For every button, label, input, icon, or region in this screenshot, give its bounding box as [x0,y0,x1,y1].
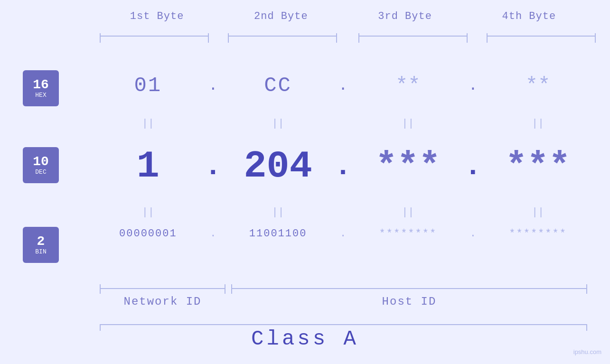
network-id-label: Network ID [100,295,225,308]
badge-bin-number: 2 [37,235,45,248]
col-header-1: 1st Byte [95,10,219,22]
hex-cell-2: CC [225,74,331,97]
hex-dot-2: . [331,77,355,94]
bin-row: 00000001 . 11001100 . ******** . *******… [95,228,591,240]
bin-cell-2: 11001100 [225,228,331,240]
hex-cell-1: 01 [95,74,201,97]
top-bracket-col4 [487,33,596,43]
dec-dot-2: . [331,150,355,183]
top-bracket-col3 [358,33,468,43]
dec-dot-1: . [201,150,225,183]
column-headers: 1st Byte 2nd Byte 3rd Byte 4th Byte [95,10,591,22]
dec-cell-2: 204 [225,145,331,188]
bin-cell-1: 00000001 [95,228,201,240]
badge-dec: 10 DEC [23,147,59,183]
hex-star-3: ** [395,74,421,97]
dec-cell-3: *** [355,146,461,187]
bin-star-4: ******** [509,228,567,240]
dec-row: 1 . 204 . *** . *** [95,145,591,188]
badge-hex-label: HEX [35,92,46,99]
dec-cell-1: 1 [95,145,201,188]
bin-dot-1: . [201,228,225,240]
col-header-3: 3rd Byte [343,10,467,22]
hex-row: 01 . CC . ** . ** [95,74,591,97]
eq2-cell-1: || [95,206,201,218]
host-id-label: Host ID [231,295,587,308]
hex-dot-3: . [461,77,485,94]
bin-val-1: 00000001 [119,228,177,240]
main-page: 1st Byte 2nd Byte 3rd Byte 4th Byte 16 H… [0,0,610,364]
bin-star-3: ******** [379,228,437,240]
eq2-cell-3: || [355,206,461,218]
bin-dot-2: . [331,228,355,240]
bin-cell-3: ******** [355,228,461,240]
col-header-2: 2nd Byte [219,10,343,22]
badge-bin-label: BIN [35,248,46,255]
dec-val-2: 204 [244,145,312,188]
class-bracket [100,324,587,325]
watermark: ipshu.com [573,348,601,355]
bin-val-2: 11001100 [249,228,307,240]
eq-cell-1: || [95,118,201,130]
eq2-cell-2: || [225,206,331,218]
hex-dot-1: . [201,77,225,94]
class-label: Class A [0,327,610,351]
dec-val-1: 1 [137,145,160,188]
dec-dot-3: . [461,150,485,183]
hex-star-4: ** [526,74,551,97]
hex-cell-4: ** [485,74,591,97]
badge-dec-label: DEC [35,168,46,176]
top-bracket-col2 [228,33,337,43]
hex-val-2: CC [264,74,292,97]
eq-cell-3: || [355,118,461,130]
dec-star-3: *** [375,146,441,187]
badge-dec-number: 10 [33,155,49,168]
hex-val-1: 01 [134,74,162,97]
equals-row-2: || || || || [95,206,591,218]
top-bracket-col1 [100,33,209,43]
eq-cell-4: || [485,118,591,130]
bin-dot-3: . [461,228,485,240]
bin-cell-4: ******** [485,228,591,240]
dec-star-4: *** [506,146,571,187]
dec-cell-4: *** [485,146,591,187]
eq2-cell-4: || [485,206,591,218]
hex-cell-3: ** [355,74,461,97]
badge-hex-number: 16 [33,78,49,92]
col-header-4: 4th Byte [467,10,591,22]
equals-row-1: || || || || [95,118,591,130]
badge-bin: 2 BIN [23,227,59,263]
eq-cell-2: || [225,118,331,130]
badge-hex: 16 HEX [23,70,59,106]
